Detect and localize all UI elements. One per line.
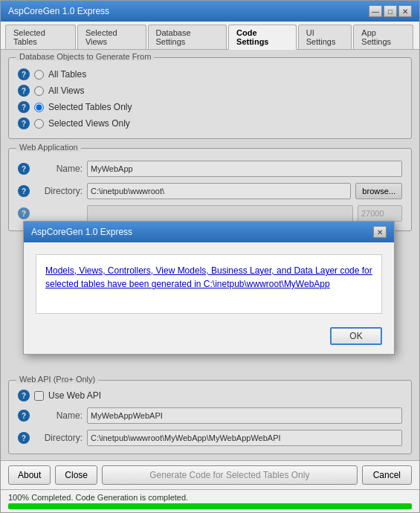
generate-button[interactable]: Generate Code for Selected Tables Only bbox=[102, 465, 358, 485]
tab-code-settings[interactable]: Code Settings bbox=[228, 25, 297, 50]
main-window: AspCoreGen 1.0 Express — □ ✕ Selected Ta… bbox=[0, 0, 420, 513]
close-button[interactable]: Close bbox=[55, 465, 97, 485]
dialog-content: Models, Views, Controllers, View Models,… bbox=[24, 242, 394, 323]
dialog-message-link[interactable]: MyWebApp bbox=[284, 279, 330, 289]
tab-database-settings[interactable]: Database Settings bbox=[148, 25, 227, 49]
cancel-button[interactable]: Cancel bbox=[362, 465, 412, 485]
ok-button[interactable]: OK bbox=[330, 327, 382, 345]
status-bar: 100% Completed. Code Generation is compl… bbox=[1, 489, 419, 512]
about-button[interactable]: About bbox=[8, 465, 51, 485]
dialog-footer: OK bbox=[24, 323, 394, 354]
info-dialog: AspCoreGen 1.0 Express ✕ Models, Views, … bbox=[23, 221, 395, 355]
title-bar: AspCoreGen 1.0 Express — □ ✕ bbox=[1, 1, 419, 22]
title-bar-buttons: — □ ✕ bbox=[369, 5, 412, 17]
dialog-message: Models, Views, Controllers, View Models,… bbox=[36, 254, 382, 314]
minimize-button[interactable]: — bbox=[369, 5, 382, 17]
status-message: 100% Completed. Code Generation is compl… bbox=[8, 493, 188, 502]
tab-bar: Selected Tables Selected Views Database … bbox=[1, 22, 419, 50]
dialog-close-button[interactable]: ✕ bbox=[373, 226, 387, 238]
tab-selected-tables[interactable]: Selected Tables bbox=[5, 25, 76, 49]
tab-ui-settings[interactable]: UI Settings bbox=[298, 25, 352, 49]
progress-bar bbox=[8, 503, 412, 509]
tab-app-settings[interactable]: App Settings bbox=[353, 25, 413, 49]
tab-selected-views[interactable]: Selected Views bbox=[77, 25, 146, 49]
maximize-button[interactable]: □ bbox=[384, 5, 397, 17]
dialog-title-bar: AspCoreGen 1.0 Express ✕ bbox=[24, 222, 394, 242]
dialog-title: AspCoreGen 1.0 Express bbox=[31, 227, 132, 237]
main-content: Database Objects to Generate From ? All … bbox=[1, 50, 419, 460]
window-title: AspCoreGen 1.0 Express bbox=[8, 6, 109, 16]
close-window-button[interactable]: ✕ bbox=[398, 5, 412, 17]
bottom-bar: About Close Generate Code for Selected T… bbox=[1, 460, 419, 489]
